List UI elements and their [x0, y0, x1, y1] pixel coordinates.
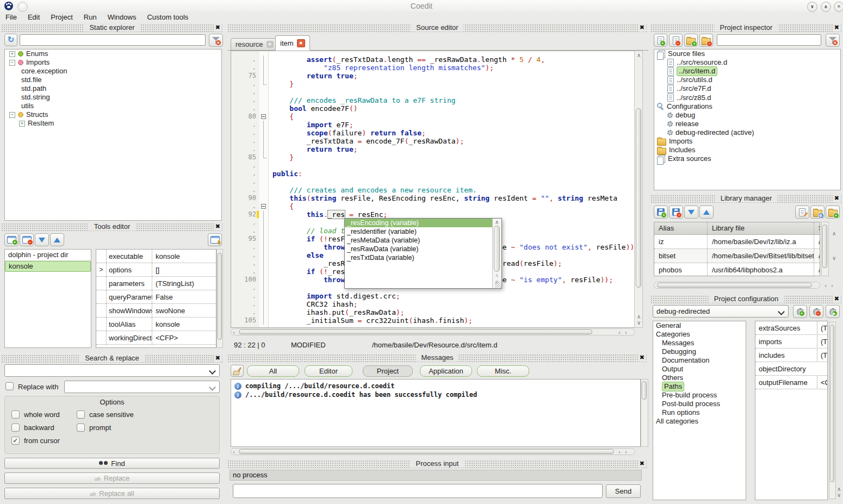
tool-move-up-button[interactable] [50, 233, 64, 246]
maximize-window-button[interactable]: ∧ [821, 2, 831, 12]
config-tree-item[interactable]: Others [653, 374, 746, 382]
config-tree-item[interactable]: Documentation [653, 356, 746, 365]
scroll-right-icon[interactable]: › [625, 450, 627, 455]
replace-button[interactable]: ab Replace [4, 472, 220, 484]
inspector-tree-item[interactable]: Configurations [654, 102, 840, 111]
close-window-button[interactable]: ✕ [834, 2, 843, 12]
checkbox-backward[interactable] [11, 424, 20, 432]
static-explorer-refresh-button[interactable]: ↻ [4, 34, 17, 46]
property-row[interactable]: toolAliaskonsole [96, 318, 216, 331]
scrollbar-thumb[interactable] [239, 449, 614, 454]
property-value[interactable]: <C [817, 376, 827, 389]
inspector-tree-item[interactable]: ../src/item.d [654, 67, 840, 76]
config-tree-item[interactable]: Run options [653, 408, 746, 417]
tool-properties-grid[interactable]: executablekonsole>options[]parameters(TS… [96, 249, 216, 348]
config-property-row[interactable]: extraSources(TStringList) [755, 321, 827, 335]
code-line[interactable]: 80 { [231, 113, 635, 121]
inspector-tree-item[interactable]: ../src/utils.d [654, 76, 840, 84]
scrollbar-thumb[interactable] [218, 253, 222, 340]
message-item[interactable]: i/.../build/resource.d.coedit has been s… [231, 390, 640, 399]
inspector-tree-item[interactable]: Source files [654, 49, 840, 58]
property-row[interactable]: queryParametersFalse [96, 290, 216, 304]
project-inspector-close-icon[interactable]: ✖ [833, 23, 841, 32]
scroll-down-icon[interactable]: ∨ [837, 493, 841, 498]
resize-grip[interactable] [495, 282, 501, 288]
editor-tab-item[interactable]: item✖ [275, 35, 310, 51]
property-value[interactable]: swoNone [152, 304, 216, 318]
tree-item[interactable]: std.string [5, 93, 221, 102]
process-input-header[interactable]: Process input ✖ [227, 460, 647, 468]
library-row[interactable]: iz/home/basile/Dev/Iz/lib/iz.a/ho [654, 235, 820, 249]
source-editor-close-icon[interactable]: ✖ [638, 23, 646, 32]
completion-item[interactable]: _resTxtData (variable) [345, 253, 493, 262]
messages-header[interactable]: Messages ✖ [227, 354, 647, 362]
property-value[interactable]: konsole [152, 250, 216, 263]
library-remove-button[interactable]: − [669, 206, 683, 219]
filter-button-misc[interactable]: Misc. [477, 365, 529, 377]
inspector-tree-item[interactable]: Imports [654, 137, 840, 146]
scrollbar-thumb[interactable] [239, 329, 592, 334]
configuration-run-button[interactable]: ▶ [826, 305, 840, 318]
tree-item[interactable]: std.file [5, 76, 221, 84]
tree-item[interactable]: +ResItem [5, 119, 221, 128]
inspector-tree-item[interactable]: debug-redirected (active) [654, 128, 840, 137]
folder-add-button[interactable]: + [684, 34, 698, 47]
scroll-right-icon[interactable]: › [625, 330, 627, 335]
project-inspector-filter-input[interactable] [717, 34, 821, 46]
checkbox-from-cursor[interactable]: ✓ [11, 437, 20, 445]
scrollbar-thumb[interactable] [642, 381, 647, 400]
tool-execute-button[interactable]: ϟ [208, 233, 222, 246]
code-line[interactable]: . _resTxtData = encode_7F(_resRawData); [231, 137, 635, 145]
property-value[interactable]: <CFP> [152, 331, 216, 345]
library-row[interactable]: phobos/usr/lib64/libphobos2.a/us [654, 263, 820, 276]
project-configuration-header[interactable]: Project configuration ✖ [650, 295, 842, 303]
filter-button-project[interactable]: Project [363, 365, 413, 377]
code-line[interactable]: . /// encodes _resRawData to a e7F strin… [231, 96, 635, 104]
config-property-row[interactable]: objectDirectory [755, 362, 827, 376]
completion-item[interactable]: _resIdentifier (variable) [345, 227, 493, 236]
library-v-scrollbar[interactable] [821, 222, 829, 276]
code-line[interactable]: . [231, 178, 635, 186]
inspector-tree-item[interactable]: ../src/e7F.d [654, 84, 840, 93]
process-input-field[interactable] [233, 484, 603, 498]
tool-add-button[interactable]: + [4, 233, 18, 246]
code-line[interactable]: . "z85 representation length mismatches"… [231, 64, 635, 72]
source-remove-button[interactable]: − [669, 34, 683, 47]
column-header-alias[interactable]: Alias [654, 222, 707, 234]
scrollbar-thumb[interactable] [830, 325, 834, 482]
code-line[interactable]: . CRC32 ihash; [231, 300, 635, 308]
property-value[interactable]: konsole [152, 318, 216, 331]
completion-scrollbar[interactable]: ∧ ∧ ∨ [492, 219, 501, 288]
configuration-remove-button[interactable]: − [809, 305, 823, 318]
search-replace-close-icon[interactable]: ✖ [214, 354, 222, 362]
scroll-left-icon[interactable]: ‹ [233, 450, 235, 455]
property-value[interactable]: False [152, 290, 216, 304]
library-manager-header[interactable]: Library manager ✖ [650, 195, 842, 203]
config-tree-item[interactable]: Paths [653, 382, 746, 391]
inspector-tree-item[interactable]: release [654, 120, 840, 128]
code-line[interactable]: . bool encodee7F() [231, 104, 635, 113]
config-tree-item[interactable]: Messages [653, 339, 746, 347]
filter-button-all[interactable]: All [247, 365, 299, 377]
messages-v-scrollbar[interactable] [641, 379, 648, 447]
checkbox-prompt[interactable] [77, 424, 85, 432]
code-line[interactable]: . [231, 161, 635, 170]
checkbox-case-sensitive[interactable] [77, 410, 85, 419]
scrollbar-thumb[interactable] [494, 226, 500, 272]
property-row[interactable]: parameters(TStringList) [96, 277, 216, 290]
scrollbar-thumb[interactable] [636, 108, 641, 288]
clear-messages-button[interactable] [231, 365, 244, 377]
tab-close-icon[interactable]: ✖ [297, 39, 305, 47]
send-button[interactable]: Send [606, 484, 641, 498]
tree-item[interactable]: core.exception [5, 67, 221, 76]
library-edit-button[interactable] [795, 206, 809, 219]
scroll-right-icon[interactable]: › [831, 283, 833, 289]
inspector-tree-item[interactable]: Extra sources [654, 154, 840, 163]
source-editor-header[interactable]: Source editor ✖ [227, 24, 647, 32]
inspector-tree-item[interactable]: debug [654, 111, 840, 120]
library-scan-folder-button[interactable]: ⚙ [810, 206, 825, 219]
project-inspector-header[interactable]: Project inspector ✖ [650, 24, 842, 32]
config-property-row[interactable]: imports(TStringList) [755, 335, 827, 349]
static-explorer-filter-button[interactable]: ✕ [209, 34, 223, 47]
replace-all-button[interactable]: ab Replace all [4, 488, 220, 499]
